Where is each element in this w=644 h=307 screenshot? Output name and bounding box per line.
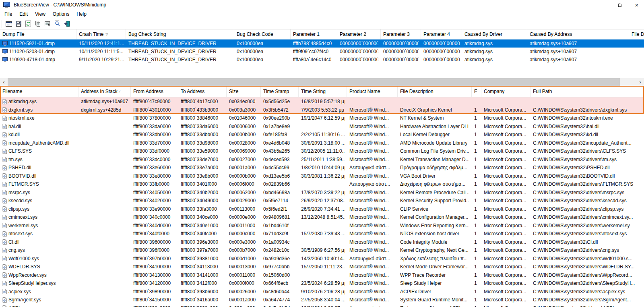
driver-row[interactable]: mcupdate_AuthenticAMD.dllfffff800`33d700… (0, 139, 644, 147)
cell-text: fffff800`3412f000 (181, 280, 217, 286)
column-header-file-description[interactable]: File Description (629, 29, 644, 39)
driver-row[interactable]: tm.sysfffff800`33dc0000fffff800`33de7000… (0, 156, 644, 164)
column-header-time-stamp[interactable]: Time Stamp (261, 86, 299, 97)
column-header-product-name[interactable]: Product Name (347, 86, 398, 97)
driver-row[interactable]: ntoskrnl.exefffff800`37800000fffff800`38… (0, 114, 644, 122)
driver-row[interactable]: hal.dllfffff800`33da0000fffff800`33da600… (0, 122, 644, 131)
dump-file-row[interactable]: 110920-4718-01.dmp9/11/2020 10:29:21...T… (0, 56, 644, 64)
dump-file-row[interactable]: 111020-5203-01.dmp10/11/2020 11:11:5...T… (0, 48, 644, 56)
driver-row[interactable]: werkernel.sysfffff800`340d0000fffff800`3… (0, 222, 644, 230)
column-header-company[interactable]: Company (481, 86, 530, 97)
column-header-from-address[interactable]: From Address (131, 86, 178, 97)
find-icon[interactable] (52, 19, 62, 28)
cell-time-string: 15/7/2050 11:11:23... (299, 263, 347, 271)
cell-time-stamp: 0x664f6ecb (261, 279, 299, 288)
driver-row[interactable]: PSHED.dllfffff800`33e60000fffff800`33e7a… (0, 164, 644, 172)
cell-product-name: Microsoft® Wind... (347, 246, 398, 255)
cell-f: 1 (472, 122, 481, 131)
column-header-parameter-2[interactable]: Parameter 2 (337, 29, 381, 39)
column-header-address-in-stack[interactable]: Address In Stack∕ (78, 86, 131, 97)
column-header-size[interactable]: Size (227, 86, 261, 97)
cell-from-address: fffff800`33e90000 (131, 205, 178, 214)
driver-row[interactable]: msrpc.sysfffff800`34050000fffff800`340b2… (0, 189, 644, 197)
cell-size: 0x00011000 (227, 271, 261, 280)
cell-company: Microsoft Corpora... (481, 164, 530, 172)
properties-icon[interactable] (43, 19, 52, 28)
column-header-time-string[interactable]: Time String (299, 86, 347, 97)
column-header-caused-by-address[interactable]: Caused By Address (527, 29, 629, 39)
driver-row[interactable]: WppRecorder.sysfffff800`34130000fffff800… (0, 271, 644, 280)
column-header-to-address[interactable]: To Address (178, 86, 227, 97)
driver-row[interactable]: atikmdag.sysatikmdag.sys+10a907fffff800`… (0, 97, 644, 106)
menu-file[interactable]: File (1, 10, 16, 18)
driver-row[interactable]: cmimcext.sysfffff800`340c0000fffff800`34… (0, 213, 644, 222)
column-header-bug-check-code[interactable]: Bug Check Code (234, 29, 291, 39)
menu-view[interactable]: View (31, 10, 49, 18)
copy-icon[interactable] (33, 19, 43, 28)
column-header-bug-check-string[interactable]: Bug Check String (126, 29, 234, 39)
cell-text: 0x00006000 (229, 124, 256, 129)
driver-row[interactable]: Wdf01000.sysfffff800`397b0000fffff800`39… (0, 255, 644, 263)
driver-row[interactable]: CI.dllfffff800`39600000fffff800`396e3000… (0, 238, 644, 247)
cell-time-string (299, 238, 347, 247)
driver-row[interactable]: CLFS.SYSfffff800`33df0000fffff800`33e590… (0, 147, 644, 156)
cell-text: fffff800`33da0000 (133, 124, 171, 129)
cell-text: System Guard Runtime Monit... (400, 297, 467, 303)
cell-company: Microsoft Corpora... (481, 222, 530, 230)
driver-row[interactable]: kd.dllfffff800`33db0000fffff800`33dbb000… (0, 131, 644, 139)
driver-row[interactable]: FLTMGR.SYSfffff800`33fb0000fffff800`3401… (0, 180, 644, 189)
close-icon[interactable]: × (630, 0, 644, 10)
menu-edit[interactable]: Edit (16, 10, 31, 18)
cell-file-description: VGA Boot Driver (398, 172, 472, 180)
column-header-f[interactable]: F (472, 86, 481, 97)
save-icon[interactable] (14, 19, 23, 28)
driver-row[interactable]: cng.sysfffff800`396f0000fffff800`397a700… (0, 246, 644, 255)
column-header-caused-by-driver[interactable]: Caused By Driver (462, 29, 527, 39)
cell-file-description: CLIP Service (398, 205, 472, 214)
cell-text: 0xfe185fa8 (263, 132, 287, 137)
driver-row[interactable]: ntosext.sysfffff800`340f0000fffff800`340… (0, 230, 644, 238)
column-header-parameter-1[interactable]: Parameter 1 (291, 29, 337, 39)
cell-text: 00000000`000000... (340, 49, 378, 54)
cell-text: 0x00013000 (229, 264, 256, 270)
column-header-crash-time[interactable]: Crash Time▽ (76, 29, 126, 39)
column-header-full-path[interactable]: Full Path (530, 86, 644, 97)
driver-row[interactable]: ksecdd.sysfffff800`34020000fffff800`3404… (0, 197, 644, 205)
scroll-left-icon[interactable]: ‹ (0, 78, 8, 86)
driver-row[interactable]: acpiex.sysfffff800`39890000fffff800`398b… (0, 288, 644, 296)
cell-text: 30/12/2005 11:11:0... (301, 148, 345, 154)
cell-text: Microsoft® Wind... (349, 124, 389, 129)
column-header-parameter-3[interactable]: Parameter 3 (381, 29, 421, 39)
cell-text: VGA Boot Driver (400, 173, 436, 179)
cell-text: Microsoft Corpora... (484, 190, 526, 195)
driver-row[interactable]: dxgkrnl.sysdxgkrnl.sys+4285dfffff800`430… (0, 106, 644, 114)
exit-icon[interactable] (62, 19, 72, 28)
dump-file-row[interactable]: 111520-5921-01.dmp15/11/2020 12:41:1...T… (0, 39, 644, 48)
advanced-options-icon[interactable] (4, 19, 14, 28)
column-header-dump-file[interactable]: Dump File (0, 29, 76, 39)
cell-address-in-stack (78, 180, 131, 189)
menu-options[interactable]: Options (49, 10, 73, 18)
driver-row[interactable]: SleepStudyHelper.sysfffff800`34120000fff… (0, 279, 644, 288)
restore-icon[interactable] (611, 0, 630, 10)
scrollbar-thumb[interactable] (8, 78, 620, 86)
cell-text: 10/2/1994 9:30:37 μμ (301, 305, 345, 307)
cell-text: fffff800`33fa3000 (181, 206, 217, 212)
cell-text: 0x4c55dc99 (263, 165, 289, 170)
driver-row[interactable]: SgrmAgent.sysfffff800`34150000fffff800`3… (0, 296, 644, 304)
cell-text: 0x0000e000 (229, 214, 256, 220)
driver-row[interactable]: ACPI.sysfffff800`398c0000fffff800`3998c0… (0, 304, 644, 307)
minimize-icon[interactable] (592, 0, 611, 10)
column-header-filename[interactable]: Filename (0, 86, 78, 97)
column-header-parameter-4[interactable]: Parameter 4 (421, 29, 462, 39)
driver-row[interactable]: WDFLDR.SYSfffff800`34100000fffff800`3411… (0, 263, 644, 271)
cell-text: 0x01046000 (229, 115, 256, 121)
cell-text: 0xa9a9d36e (263, 256, 290, 261)
driver-row[interactable]: clipsp.sysfffff800`33e90000fffff800`33fa… (0, 205, 644, 214)
column-header-file-description[interactable]: File Description (398, 86, 472, 97)
driver-row[interactable]: BOOTVID.dllfffff800`33e80000fffff800`33e… (0, 172, 644, 180)
menu-help[interactable]: Help (73, 10, 90, 18)
refresh-icon[interactable] (23, 19, 33, 28)
horizontal-scrollbar[interactable]: ‹ › (0, 78, 644, 86)
scroll-right-icon[interactable]: › (636, 78, 644, 86)
